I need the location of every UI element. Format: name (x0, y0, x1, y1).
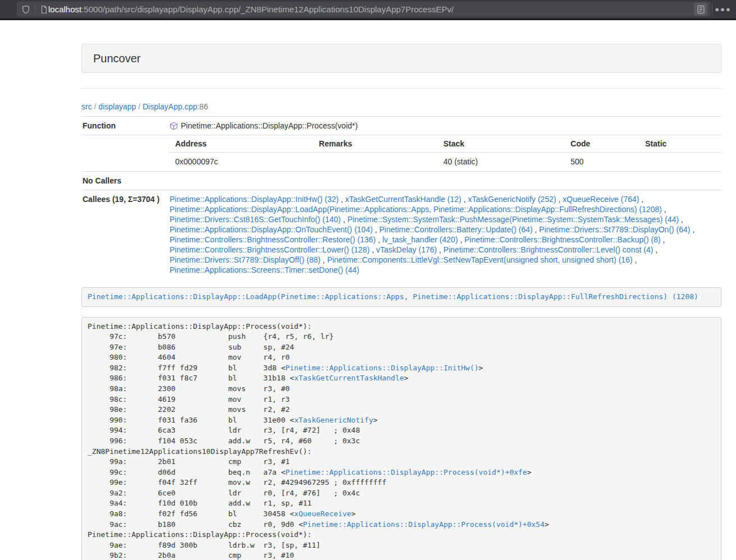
breadcrumb-link[interactable]: displayapp (98, 102, 136, 111)
callee-link[interactable]: Pinetime::Controllers::BrightnessControl… (170, 245, 369, 254)
breadcrumb-separator: / (136, 102, 143, 111)
stats-header: Remarks (312, 135, 437, 153)
page-title: Puncover (93, 52, 141, 65)
callee-separator: , (461, 195, 468, 204)
assembly-symbol-link[interactable]: xTaskGenericNotify (294, 416, 373, 424)
breadcrumb-separator: / (92, 102, 99, 111)
assembly-symbol-link[interactable]: Pinetime::Applications::DisplayApp::Init… (285, 364, 478, 372)
toolbar-shadow (0, 19, 736, 20)
callee-link[interactable]: Pinetime::System::SystemTask::PushMessag… (348, 215, 679, 224)
assembly-block: Pinetime::Applications::DisplayApp::Proc… (81, 317, 721, 560)
highlighted-callee-box: Pinetime::Applications::DisplayApp::Load… (81, 287, 721, 307)
callee-separator: , (373, 225, 380, 234)
callee-link[interactable]: vTaskDelay (176) (376, 245, 437, 254)
url-bar-divider (35, 4, 35, 15)
callee-separator: , (679, 215, 683, 224)
stats-row: AddressRemarksStackCodeStatic 0x0000097c… (81, 135, 721, 172)
callee-separator: , (437, 245, 444, 254)
stats-value-row: 0x0000097c40 (static)500 (168, 153, 721, 172)
stats-value: 500 (564, 153, 638, 172)
function-label: Function (81, 117, 168, 135)
stats-value (312, 153, 437, 172)
title-panel: Puncover (81, 44, 721, 73)
callee-link[interactable]: Pinetime::Applications::DisplayApp::OnTo… (170, 225, 373, 234)
callee-separator: , (458, 235, 465, 244)
assembly-symbol-link[interactable]: Pinetime::Applications::DisplayApp::Proc… (303, 520, 545, 529)
callee-separator: , (533, 225, 540, 234)
callee-link[interactable]: Pinetime::Applications::Screens::Timer::… (170, 265, 359, 274)
callee-separator: , (639, 195, 643, 204)
url-bar[interactable]: localhost:5000/path/src/displayapp/Displ… (17, 2, 711, 17)
callee-separator: , (376, 235, 382, 244)
callee-link[interactable]: lv_task_handler (420) (382, 235, 458, 244)
url-path: :5000/path/src/displayapp/DisplayApp.cpp… (81, 4, 454, 14)
stats-header: Code (564, 135, 638, 153)
breadcrumb-line-number: :86 (197, 102, 208, 111)
assembly-symbol-link[interactable]: xTaskGetCurrentTaskHandle (294, 374, 404, 382)
callee-link[interactable]: Pinetime::Drivers::St7789::DisplayOn() (… (539, 225, 690, 234)
assembly-symbol-link[interactable]: Pinetime::Applications::DisplayApp::Proc… (285, 468, 527, 476)
page-content: Puncover src / displayapp / DisplayApp.c… (81, 44, 721, 560)
stats-value: 0x0000097c (168, 153, 312, 172)
stats-header-row: AddressRemarksStackCodeStatic (168, 135, 721, 153)
stats-value: 40 (static) (437, 153, 564, 172)
callees-cell: Pinetime::Applications::DisplayApp::Init… (168, 190, 721, 279)
breadcrumb: src / displayapp / DisplayApp.cpp:86 (81, 102, 721, 111)
callee-link[interactable]: Pinetime::Drivers::St7789::DisplayOff() … (170, 255, 321, 264)
page-icon[interactable] (40, 5, 48, 14)
callee-link[interactable]: Pinetime::Components::LittleVgl::SetNewT… (327, 255, 633, 264)
highlighted-callee-link[interactable]: Pinetime::Applications::DisplayApp::Load… (88, 292, 698, 301)
callee-separator: , (556, 195, 563, 204)
no-callers-row: No Callers (81, 172, 721, 190)
callee-separator: , (661, 235, 665, 244)
callee-separator: , (653, 245, 657, 254)
stats-header: Static (638, 135, 721, 153)
stats-value (638, 153, 721, 172)
url-host: localhost (48, 4, 81, 14)
callee-separator: , (339, 195, 345, 204)
callee-separator: , (341, 215, 348, 224)
callee-link[interactable]: Pinetime::Controllers::Battery::Update()… (380, 225, 533, 234)
shield-icon[interactable] (21, 5, 30, 14)
reader-mode-icon[interactable] (694, 3, 707, 16)
assembly-symbol-link[interactable]: xQueueReceive (294, 509, 351, 518)
stats-header: Address (168, 135, 312, 153)
stats-table: AddressRemarksStackCodeStatic 0x0000097c… (168, 135, 721, 171)
callee-separator: , (633, 255, 637, 264)
stats-header: Stack (437, 135, 564, 153)
url-text[interactable]: localhost:5000/path/src/displayapp/Displ… (48, 4, 454, 14)
callee-link[interactable]: xTaskGetCurrentTaskHandle (12) (345, 195, 461, 204)
callee-link[interactable]: xTaskGenericNotify (252) (468, 195, 556, 204)
callee-link[interactable]: Pinetime::Controllers::BrightnessControl… (444, 245, 653, 254)
function-row: Function Pinetime::Applications::Display… (81, 117, 721, 135)
callee-separator: , (369, 245, 376, 254)
toolbar-divider (712, 4, 712, 15)
browser-toolbar: localhost:5000/path/src/displayapp/Displ… (0, 0, 736, 19)
callees-row: Callees (19, Σ=3704 ) Pinetime::Applicat… (81, 190, 721, 279)
package-cube-icon (170, 122, 178, 130)
breadcrumb-link[interactable]: src (81, 102, 92, 111)
divider (81, 88, 721, 89)
function-name: Pinetime::Applications::DisplayApp::Proc… (181, 121, 358, 131)
callee-separator: , (691, 225, 695, 234)
breadcrumb-link[interactable]: DisplayApp.cpp (143, 102, 197, 111)
callee-link[interactable]: Pinetime::Applications::DisplayApp::Load… (170, 205, 662, 214)
menu-dots-icon[interactable]: ●●● (715, 0, 732, 19)
callee-link[interactable]: xQueueReceive (764) (563, 195, 639, 204)
callee-link[interactable]: Pinetime::Controllers::BrightnessControl… (464, 235, 660, 244)
callee-separator: , (321, 255, 327, 264)
callee-link[interactable]: Pinetime::Controllers::BrightnessControl… (170, 235, 376, 244)
callee-link[interactable]: Pinetime::Applications::DisplayApp::Init… (170, 195, 339, 204)
callees-label: Callees (19, Σ=3704 ) (81, 190, 168, 279)
callee-link[interactable]: Pinetime::Drivers::Cst816S::GetTouchInfo… (170, 215, 341, 224)
no-callers-label: No Callers (81, 172, 168, 190)
callee-separator: , (662, 205, 666, 214)
function-table: Function Pinetime::Applications::Display… (81, 116, 721, 279)
